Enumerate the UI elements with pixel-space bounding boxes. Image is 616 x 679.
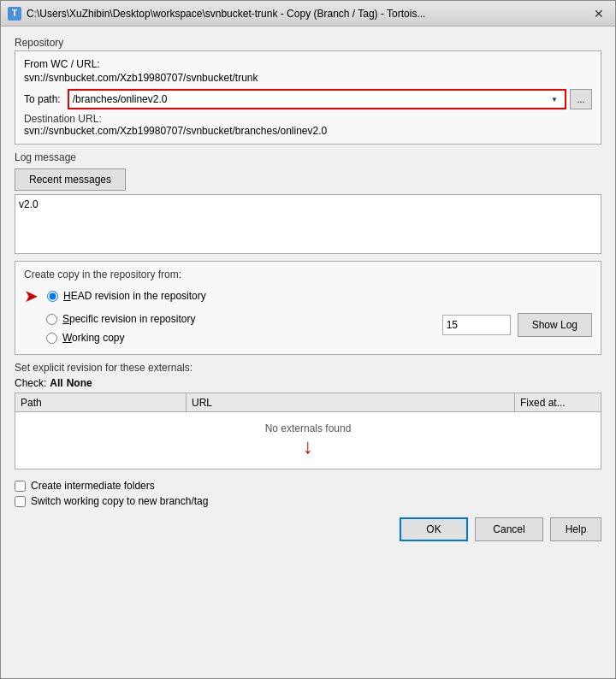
create-copy-section: Create copy in the repository from: ➤ HE… [15, 261, 601, 355]
to-path-value: /branches/onlinev2.0 [73, 93, 548, 105]
switch-label[interactable]: Switch working copy to new branch/tag [31, 495, 208, 507]
bottom-buttons: OK Cancel Help [15, 517, 601, 548]
radio-specific-label[interactable]: Specific revision in repository [62, 313, 195, 325]
repository-label: Repository [15, 37, 601, 49]
combo-arrow-icon[interactable]: ▼ [548, 91, 561, 108]
main-content: Repository From WC / URL: svn://svnbucke… [1, 27, 615, 678]
create-copy-title: Create copy in the repository from: [24, 269, 592, 280]
intermediate-checkbox[interactable] [15, 481, 26, 492]
table-header: Path URL Fixed at... [15, 393, 601, 412]
intermediate-label[interactable]: Create intermediate folders [31, 480, 155, 492]
intermediate-checkbox-row: Create intermediate folders [15, 480, 601, 492]
radio-head[interactable] [47, 291, 58, 302]
ok-button[interactable]: OK [400, 517, 468, 541]
col-url: URL [187, 393, 515, 411]
radio-specific[interactable] [46, 314, 57, 325]
switch-checkbox-row: Switch working copy to new branch/tag [15, 495, 601, 507]
log-textarea[interactable]: v2.0 [15, 194, 601, 254]
radio-working-row: Working copy [24, 332, 206, 344]
bottom-checkboxes: Create intermediate folders Switch worki… [15, 480, 601, 507]
radio-working-label[interactable]: Working copy [62, 332, 124, 344]
from-wc-url: svn://svnbucket.com/Xzb19980707/svnbucke… [24, 72, 592, 84]
help-button[interactable]: Help [550, 517, 601, 541]
close-button[interactable]: ✕ [589, 4, 608, 23]
repository-section: Repository From WC / URL: svn://svnbucke… [15, 37, 601, 145]
check-all[interactable]: All [50, 377, 62, 389]
check-label: Check: [15, 377, 46, 389]
externals-table: Path URL Fixed at... No externals found … [15, 393, 601, 469]
externals-section: Set explicit revision for these external… [15, 362, 601, 469]
title-bar: T C:\Users\XuZhibin\Desktop\workspace\sv… [1, 1, 615, 27]
radio-specific-row: Specific revision in repository [24, 313, 206, 325]
cancel-button[interactable]: Cancel [475, 517, 543, 541]
col-path: Path [15, 393, 187, 411]
externals-title: Set explicit revision for these external… [15, 362, 601, 374]
show-log-button[interactable]: Show Log [518, 313, 592, 337]
check-none[interactable]: None [67, 377, 92, 389]
app-icon: T [8, 7, 21, 21]
no-externals-text: No externals found [265, 422, 352, 434]
repository-box: From WC / URL: svn://svnbucket.com/Xzb19… [15, 50, 601, 145]
arrow-down-icon: ↓ [303, 434, 313, 458]
dest-url-label: Destination URL: [24, 113, 592, 125]
col-fixed: Fixed at... [515, 393, 601, 411]
recent-messages-btn[interactable]: Recent messages [15, 168, 126, 191]
revision-row: Show Log [442, 313, 592, 337]
to-path-row: To path: /branches/onlinev2.0 ▼ ... [24, 89, 592, 109]
check-row: Check: All None [15, 377, 601, 389]
to-path-combo[interactable]: /branches/onlinev2.0 ▼ [68, 89, 566, 109]
dest-url-value: svn://svnbucket.com/Xzb19980707/svnbucke… [24, 125, 592, 137]
revision-input[interactable] [442, 315, 511, 335]
log-message-section: Log message Recent messages v2.0 [15, 151, 601, 254]
radio-head-row: ➤ HEAD revision in the repository [24, 286, 206, 306]
radio-head-label[interactable]: HEAD revision in the repository [63, 290, 206, 302]
arrow-indicator: ➤ [24, 286, 38, 306]
window-title: C:\Users\XuZhibin\Desktop\workspace\svnb… [27, 8, 589, 20]
radio-working[interactable] [46, 333, 57, 344]
main-window: T C:\Users\XuZhibin\Desktop\workspace\sv… [0, 0, 616, 679]
log-message-label: Log message [15, 151, 601, 163]
to-path-label: To path: [24, 93, 61, 105]
ellipsis-button[interactable]: ... [570, 89, 592, 109]
table-body: No externals found ↓ [15, 412, 601, 469]
switch-checkbox[interactable] [15, 496, 26, 507]
radio-options: ➤ HEAD revision in the repository Specif… [24, 286, 206, 347]
from-wc-label: From WC / URL: [24, 58, 592, 70]
